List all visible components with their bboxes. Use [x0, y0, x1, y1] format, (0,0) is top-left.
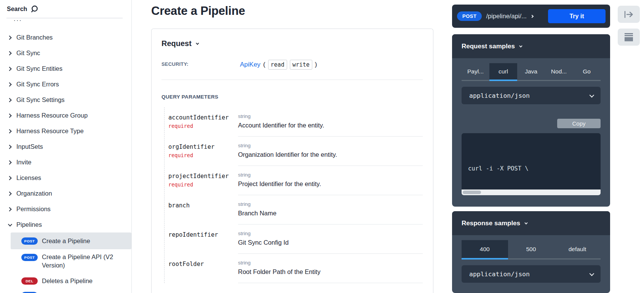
chevron-right-icon	[7, 35, 11, 40]
chevron-down-icon	[8, 222, 12, 226]
chevron-right-icon	[531, 14, 534, 18]
param-name: rootFolder	[168, 254, 238, 268]
param-description: Project Identifier for the entity.	[238, 180, 423, 188]
scrollbar-thumb[interactable]	[463, 191, 481, 194]
response-samples-toggle[interactable]: Response samples	[452, 211, 610, 235]
chevron-right-icon	[7, 145, 11, 149]
sidebar-item-partially-visible[interactable]	[0, 289, 131, 293]
pipelines-children: POST Create a Pipeline POST Create a Pip…	[0, 232, 131, 293]
tab-nodejs[interactable]: Nod...	[545, 63, 573, 80]
query-parameters-list: accountIdentifier required string Accoun…	[164, 107, 423, 283]
param-row-projectIdentifier: projectIdentifier required string Projec…	[165, 166, 423, 195]
chevron-right-icon	[7, 51, 11, 55]
sidebar-item-harness-resource-type[interactable]: Harness Resource Type	[0, 123, 131, 139]
sidebar-item-label: Harness Resource Type	[16, 127, 84, 135]
tab-go[interactable]: Go	[573, 63, 601, 80]
content-type-select[interactable]: application/json	[462, 265, 601, 283]
param-name: orgIdentifier	[168, 137, 238, 150]
tab-default[interactable]: default	[554, 240, 601, 258]
page-title: Create a Pipeline	[151, 4, 245, 18]
chevron-right-icon	[7, 176, 11, 180]
param-required-label: required	[168, 152, 238, 158]
chevron-right-icon	[7, 67, 11, 71]
content-type-value: application/json	[469, 271, 530, 278]
apikey-link[interactable]: ApiKey	[240, 61, 260, 68]
security-row: SECURITY: ApiKey ( read write )	[161, 60, 423, 70]
search-label: Search	[7, 6, 27, 13]
curl-code-block: curl -i -X POST \ 'https://app.harness.i…	[462, 133, 601, 195]
sidebar-item-git-sync-errors[interactable]: Git Sync Errors	[0, 76, 131, 92]
chevron-down-icon	[590, 92, 594, 97]
content-type-select[interactable]: application/json	[462, 87, 601, 104]
param-description: Account Identifier for the entity.	[238, 122, 423, 129]
search-control[interactable]: Search	[7, 5, 38, 13]
sidebar-item-organization[interactable]: Organization	[0, 186, 131, 201]
sidebar-item-partial[interactable]: ...	[14, 19, 37, 24]
param-type: string	[238, 231, 423, 236]
param-row-branch: branch string Branch Name	[165, 195, 423, 225]
request-section-title: Request	[161, 39, 192, 48]
tab-500[interactable]: 500	[508, 240, 555, 258]
sidebar-item-git-sync-settings[interactable]: Git Sync Settings	[0, 92, 131, 108]
sidebar-divider	[6, 18, 123, 18]
paren-close: )	[315, 61, 317, 68]
param-name: accountIdentifier	[168, 107, 238, 121]
request-samples-toggle[interactable]: Request samples	[452, 34, 610, 58]
param-description: Organization Identifier for the entity.	[238, 151, 423, 158]
param-description: Root Folder Path of the Entity	[238, 268, 423, 275]
sidebar-item-git-sync[interactable]: Git Sync	[0, 45, 131, 61]
param-name: repoIdentifier	[168, 225, 238, 238]
request-card: Request SECURITY: ApiKey ( read write ) …	[151, 29, 433, 293]
sidebar-item-inputsets[interactable]: InputSets	[0, 139, 131, 154]
sidebar-item-pipelines[interactable]: Pipelines	[0, 217, 131, 232]
sidebar-item-permissions[interactable]: Permissions	[0, 201, 131, 217]
sidebar-item-label: Deletes a Pipeline	[42, 277, 93, 285]
sidebar-item-licenses[interactable]: Licenses	[0, 170, 131, 186]
samples-list-icon	[624, 33, 634, 42]
param-type: string	[238, 172, 423, 178]
endpoint-bar[interactable]: POST /pipeline/api/... Try it	[452, 5, 610, 28]
scope-write: write	[290, 60, 312, 70]
scope-read: read	[268, 60, 287, 70]
sidebar-item-harness-resource-group[interactable]: Harness Resource Group	[0, 108, 131, 123]
chevron-right-icon	[7, 129, 11, 133]
endpoint-path: /pipeline/api/...	[486, 13, 526, 20]
try-it-button[interactable]: Try it	[548, 9, 606, 23]
tab-payload[interactable]: Payl...	[462, 63, 489, 80]
method-pill: POST	[457, 11, 482, 21]
sidebar-item-git-sync-entities[interactable]: Git Sync Entities	[0, 61, 131, 76]
samples-menu-button[interactable]	[618, 29, 640, 46]
tab-curl[interactable]: curl	[489, 63, 517, 80]
param-type: string	[238, 201, 423, 207]
param-required-label: required	[168, 182, 238, 188]
sidebar-item-label: Git Branches	[16, 34, 53, 41]
sidebar-item-label: Git Sync Settings	[16, 96, 65, 104]
sidebar-item-label: Create a Pipeline	[42, 237, 90, 245]
sidebar-item-label: Invite	[16, 159, 31, 166]
request-samples-title: Request samples	[462, 43, 515, 50]
sidebar-item-invite[interactable]: Invite	[0, 154, 131, 170]
sidebar-item-label: Git Sync	[16, 49, 40, 57]
copy-button[interactable]: Copy	[557, 119, 601, 128]
tab-400[interactable]: 400	[462, 240, 508, 258]
content-type-value: application/json	[469, 92, 530, 99]
security-value: ApiKey ( read write )	[240, 60, 317, 70]
method-badge-post: POST	[21, 237, 38, 245]
sidebar-item-label: Organization	[16, 190, 52, 197]
tab-java[interactable]: Java	[517, 63, 545, 80]
param-row-orgIdentifier: orgIdentifier required string Organizati…	[165, 137, 423, 166]
chevron-right-icon	[7, 98, 11, 102]
sidebar-item-create-a-pipeline-v2[interactable]: POST Create a Pipeline API (V2 Version)	[0, 249, 131, 272]
param-required-label: required	[168, 123, 238, 129]
sidebar-item-deletes-a-pipeline[interactable]: DEL Deletes a Pipeline	[0, 272, 131, 289]
paren-open: (	[263, 61, 265, 68]
chevron-right-icon	[7, 82, 11, 86]
collapse-samples-panel-button[interactable]	[618, 6, 640, 23]
request-section-toggle[interactable]: Request	[161, 39, 423, 48]
chevron-right-icon	[7, 191, 11, 196]
response-samples-tabs: 400 500 default	[462, 240, 601, 258]
request-samples-panel: Request samples Payl... curl Java Nod...…	[452, 34, 610, 207]
sidebar-item-create-a-pipeline[interactable]: POST Create a Pipeline	[11, 232, 131, 249]
sidebar-item-git-branches[interactable]: Git Branches	[0, 30, 131, 45]
chevron-right-icon	[7, 207, 11, 211]
